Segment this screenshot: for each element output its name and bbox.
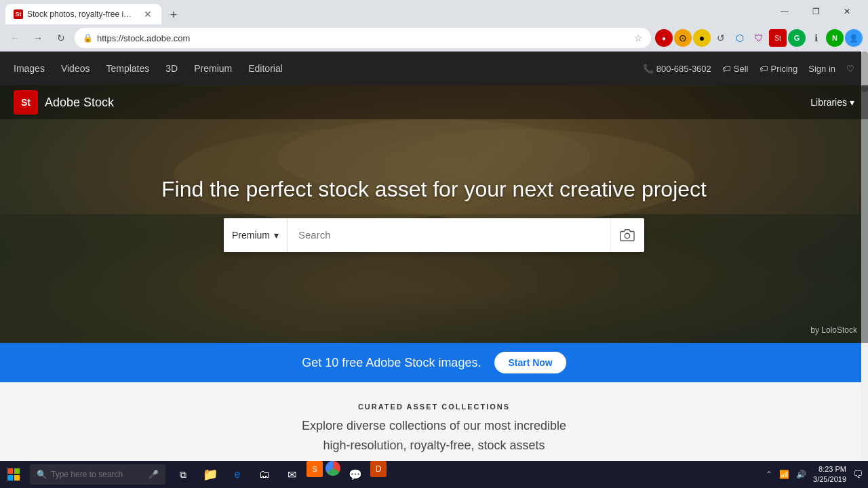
ext-4[interactable]: ↺ xyxy=(712,29,730,47)
file-explorer-icon[interactable]: 📁 xyxy=(198,461,222,488)
nav-templates[interactable]: Templates xyxy=(106,63,149,74)
tab-bar: St Stock photos, royalty-free ima... ✕ +… xyxy=(0,0,868,24)
site-wrapper: Images Videos Templates 3D Premium Edito… xyxy=(0,52,868,461)
ext-9[interactable]: ℹ xyxy=(807,29,825,47)
collections-section: CURATED ASSET COLLECTIONS Explore divers… xyxy=(0,382,868,461)
chevron-down-icon: ▾ xyxy=(850,97,854,108)
phone-number: 📞 800-685-3602 xyxy=(643,64,711,74)
nav-images[interactable]: Images xyxy=(14,63,45,74)
logo-bar: St Adobe Stock Libraries ▾ xyxy=(0,85,868,119)
svg-rect-8 xyxy=(7,475,13,481)
hero-title: Find the perfect stock asset for your ne… xyxy=(161,177,707,202)
browser-window: St Stock photos, royalty-free ima... ✕ +… xyxy=(0,0,868,461)
search-dropdown[interactable]: Premium ▾ xyxy=(224,218,288,252)
nav-links: Images Videos Templates 3D Premium Edito… xyxy=(14,63,283,74)
tab-favicon: St xyxy=(14,9,23,19)
window-controls: — ❐ ✕ xyxy=(769,1,863,24)
lock-icon: 🔒 xyxy=(83,33,93,43)
taskbar-search-input[interactable] xyxy=(51,470,146,479)
nav-3d[interactable]: 3D xyxy=(165,63,178,74)
address-input-wrap: 🔒 ☆ xyxy=(75,28,651,48)
bookmark-icon[interactable]: ☆ xyxy=(634,33,643,43)
libraries-button[interactable]: Libraries ▾ xyxy=(810,97,854,108)
browser-content: Images Videos Templates 3D Premium Edito… xyxy=(0,52,868,461)
phone-icon: 📞 xyxy=(643,64,654,74)
sell-icon: 🏷 xyxy=(722,64,731,74)
tab-title: Stock photos, royalty-free ima... xyxy=(27,9,138,19)
start-button[interactable] xyxy=(0,461,27,488)
collections-description: Explore diverse collections of our most … xyxy=(14,416,854,455)
promo-bar: Get 10 free Adobe Stock images. Start No… xyxy=(0,343,868,382)
ext-7[interactable]: St xyxy=(769,29,787,47)
svg-rect-9 xyxy=(14,475,20,481)
new-tab-button[interactable]: + xyxy=(164,5,183,24)
task-view-button[interactable]: ⧉ xyxy=(171,461,195,488)
taskbar-search[interactable]: 🔍 🎤 xyxy=(30,464,165,485)
nav-premium[interactable]: Premium xyxy=(194,63,232,74)
search-input[interactable] xyxy=(288,218,610,252)
ext-10[interactable]: N xyxy=(826,29,844,47)
taskbar-right: ⌃ 📶 🔊 8:23 PM 3/25/2019 🗨 xyxy=(766,464,868,485)
signin-link[interactable]: Sign in xyxy=(808,64,835,74)
top-navigation: Images Videos Templates 3D Premium Edito… xyxy=(0,52,868,85)
start-now-button[interactable]: Start Now xyxy=(494,352,566,373)
active-tab[interactable]: St Stock photos, royalty-free ima... ✕ xyxy=(5,4,161,24)
collections-label: CURATED ASSET COLLECTIONS xyxy=(14,403,854,411)
taskbar-app-icons: ⧉ 📁 e 🗂 ✉ S 💬 D xyxy=(171,461,387,488)
adobe-icon: St xyxy=(14,90,38,115)
app-icon-8[interactable]: D xyxy=(370,461,387,477)
sublimetext-icon[interactable]: S xyxy=(307,461,323,477)
network-icon: 📶 xyxy=(779,470,789,479)
search-box: Premium ▾ xyxy=(224,218,644,252)
minimize-button[interactable]: — xyxy=(769,1,800,22)
address-input[interactable] xyxy=(97,33,630,43)
promo-text: Get 10 free Adobe Stock images. xyxy=(302,356,481,370)
edge-icon[interactable]: e xyxy=(225,461,250,488)
camera-search-button[interactable] xyxy=(610,218,644,252)
svg-rect-7 xyxy=(14,468,20,474)
svg-point-5 xyxy=(625,233,630,238)
search-icon: 🔍 xyxy=(37,470,47,479)
brand-name: Adobe Stock xyxy=(45,96,114,110)
volume-icon: 🔊 xyxy=(796,470,806,479)
folder-icon[interactable]: 🗂 xyxy=(252,461,277,488)
ext-8[interactable]: G xyxy=(788,29,806,47)
nav-right: 📞 800-685-3602 🏷 Sell 🏷 Pricing Sign in xyxy=(643,64,854,74)
extension-icons: ● ⊙ ● ↺ ⬡ 🛡 St G ℹ N 👤 xyxy=(655,29,863,47)
pricing-link[interactable]: 🏷 Pricing xyxy=(760,64,798,74)
svg-rect-6 xyxy=(7,468,13,474)
notification-icon[interactable]: 🗨 xyxy=(853,469,863,480)
ext-5[interactable]: ⬡ xyxy=(731,29,749,47)
microphone-icon[interactable]: 🎤 xyxy=(149,470,159,479)
taskbar: 🔍 🎤 ⧉ 📁 e 🗂 ✉ S 💬 D ⌃ 📶 🔊 8:23 PM 3/25/2… xyxy=(0,461,868,488)
ext-1[interactable]: ● xyxy=(655,29,673,47)
whatsapp-icon[interactable]: 💬 xyxy=(343,461,368,488)
dropdown-arrow-icon: ▾ xyxy=(274,230,279,241)
maximize-button[interactable]: ❐ xyxy=(800,1,831,22)
nav-editorial[interactable]: Editorial xyxy=(248,63,283,74)
chrome-icon[interactable] xyxy=(326,461,340,476)
heart-icon[interactable]: ♡ xyxy=(846,64,854,74)
pricing-icon: 🏷 xyxy=(760,64,768,74)
nav-videos[interactable]: Videos xyxy=(61,63,90,74)
hero-content: Find the perfect stock asset for your ne… xyxy=(161,177,707,252)
user-avatar[interactable]: 👤 xyxy=(845,29,863,47)
close-button[interactable]: ✕ xyxy=(831,1,863,22)
ext-3[interactable]: ● xyxy=(693,29,711,47)
sell-link[interactable]: 🏷 Sell xyxy=(722,64,749,74)
hero-section: St Adobe Stock Libraries ▾ Find the perf… xyxy=(0,85,868,343)
hero-credit: by LoloStock xyxy=(810,325,857,335)
address-bar: ← → ↻ 🔒 ☆ ● ⊙ ● ↺ ⬡ 🛡 St G ℹ N 👤 xyxy=(0,24,868,52)
back-button[interactable]: ← xyxy=(5,28,24,47)
forward-button[interactable]: → xyxy=(28,28,47,47)
system-tray: ⌃ xyxy=(766,470,772,479)
ext-6[interactable]: 🛡 xyxy=(750,29,768,47)
system-clock: 8:23 PM 3/25/2019 xyxy=(813,464,846,485)
tab-close-button[interactable]: ✕ xyxy=(142,9,153,20)
mail-icon[interactable]: ✉ xyxy=(279,461,304,488)
refresh-button[interactable]: ↻ xyxy=(52,28,71,47)
logo-area: St Adobe Stock xyxy=(14,90,114,115)
ext-2[interactable]: ⊙ xyxy=(674,29,692,47)
